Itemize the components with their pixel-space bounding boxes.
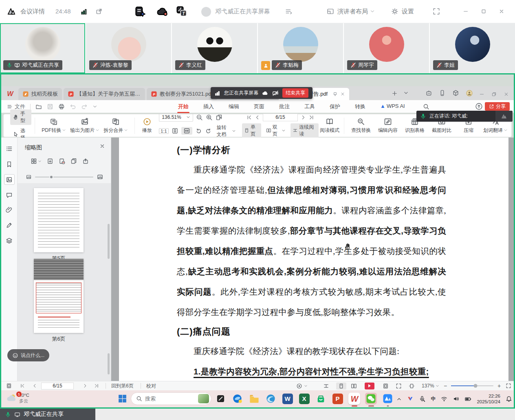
- tray-app-icon[interactable]: [407, 396, 414, 402]
- signature-panel-icon[interactable]: [6, 222, 13, 229]
- rotate-right-icon[interactable]: [205, 127, 212, 134]
- fit-screen-button[interactable]: [396, 383, 402, 389]
- single-view-button[interactable]: [336, 383, 346, 389]
- share-detail-icon[interactable]: [285, 8, 293, 15]
- print-icon[interactable]: [58, 103, 65, 110]
- wps-logo-icon[interactable]: W: [6, 90, 14, 98]
- taskbar-app-edge[interactable]: [265, 393, 277, 405]
- 输出为图片-button[interactable]: 输出为图片: [69, 118, 100, 134]
- fullscreen-icon[interactable]: [506, 383, 511, 389]
- taskbar-app-notebook[interactable]: [215, 393, 227, 405]
- panel-scrollbar[interactable]: [108, 224, 110, 259]
- actual-size-button[interactable]: 1:1: [159, 128, 168, 134]
- next-page-icon[interactable]: [301, 115, 306, 120]
- open-file-icon[interactable]: [35, 103, 42, 110]
- menu-3[interactable]: 页面: [246, 101, 272, 112]
- taskbar-app-word[interactable]: W: [282, 393, 293, 405]
- pdf-page[interactable]: (一)学情分析 重庆移通学院《经济法》课程面向经济管理类专业学生,学生普遍具备一…: [119, 138, 508, 381]
- redo-icon[interactable]: [81, 103, 88, 110]
- zoom-select[interactable]: 136.51%: [159, 113, 193, 122]
- input-method-indicator[interactable]: 中: [431, 396, 436, 402]
- notification-bell-icon[interactable]: [506, 396, 512, 402]
- wps-close-button[interactable]: [500, 88, 512, 100]
- meeting-detail-button[interactable]: 会议详情: [20, 8, 45, 15]
- close-button[interactable]: [495, 5, 508, 18]
- start-button[interactable]: [117, 394, 128, 405]
- fit-page-button[interactable]: [383, 383, 389, 389]
- page6-thumbnail[interactable]: [34, 259, 84, 333]
- cloud-icon[interactable]: [262, 90, 269, 96]
- zoom-in-icon[interactable]: [206, 114, 213, 121]
- slider-knob[interactable]: [49, 175, 53, 179]
- thumb-grid-button[interactable]: [31, 158, 42, 164]
- chat-quick-input[interactable]: 说点什么...: [7, 349, 49, 361]
- caption-translate-icon[interactable]: T: [176, 6, 187, 17]
- last-page-icon[interactable]: [94, 383, 99, 388]
- menu-search-icon[interactable]: [423, 103, 429, 110]
- camera-off-icon[interactable]: [272, 90, 279, 96]
- first-page-icon[interactable]: [20, 383, 25, 388]
- layout-chevron-icon[interactable]: [370, 9, 375, 14]
- new-tab-icon[interactable]: [392, 90, 398, 96]
- save-icon[interactable]: [47, 103, 53, 110]
- comment-panel-icon[interactable]: [6, 192, 13, 199]
- taskbar-app-wps[interactable]: W: [348, 393, 360, 405]
- assistant-icon[interactable]: [425, 90, 432, 96]
- wps-restore-button[interactable]: [488, 88, 500, 100]
- participant-tile[interactable]: 周琴宇: [344, 23, 429, 73]
- menu-1[interactable]: 插入: [196, 101, 221, 112]
- prev-page-icon[interactable]: [255, 115, 260, 120]
- mobile-sync-icon[interactable]: [439, 90, 446, 96]
- proofread-button[interactable]: 校对: [146, 383, 156, 389]
- double-page-button[interactable]: 双页: [264, 123, 288, 138]
- layout-button[interactable]: 演讲者布局: [337, 8, 368, 15]
- page-layout-icon[interactable]: [6, 383, 12, 389]
- fit-width-button[interactable]: [409, 383, 415, 389]
- chevron-down-icon[interactable]: [436, 384, 439, 388]
- menu-wps-ai[interactable]: ▲WPS AI: [373, 101, 412, 112]
- fit-width-button[interactable]: [181, 127, 192, 135]
- read-mode-button[interactable]: 阅读模式: [319, 118, 341, 134]
- single-page-button[interactable]: 单页: [242, 123, 261, 138]
- taskbar-app-thunder[interactable]: [231, 393, 243, 405]
- status-page-input[interactable]: 6/15: [41, 383, 74, 389]
- rotate-doc-button[interactable]: 旋转文档: [215, 124, 238, 138]
- menu-6[interactable]: 保护: [322, 101, 348, 112]
- participant-tile[interactable]: 淬炼-袁黎黎: [86, 23, 171, 73]
- taskbar-app-wechat[interactable]: [365, 393, 377, 405]
- wps-tab[interactable]: P【通知】关于举办第五届全国高校: [64, 88, 145, 100]
- panel-scrollbar[interactable]: [108, 353, 110, 374]
- cloud-upload-icon[interactable]: [475, 103, 483, 110]
- page-turn-icon[interactable]: [216, 114, 222, 121]
- zoom-out-icon[interactable]: [196, 114, 203, 121]
- hand-tool-button[interactable]: 手型: [10, 109, 31, 125]
- wifi-icon[interactable]: [441, 396, 447, 402]
- first-page-icon[interactable]: [246, 115, 252, 120]
- layers-panel-icon[interactable]: [6, 237, 13, 244]
- apps-cube-icon[interactable]: [452, 90, 459, 96]
- participant-tile[interactable]: 李魁梅: [258, 23, 343, 73]
- extract-page-icon[interactable]: [82, 158, 89, 164]
- menu-7[interactable]: 转换: [348, 101, 373, 112]
- status-zoom-value[interactable]: 137%: [422, 383, 434, 389]
- PDF转换-button[interactable]: PDF转换: [38, 118, 69, 134]
- pop-out-icon[interactable]: [95, 8, 103, 15]
- wps-share-button[interactable]: 分享: [485, 102, 510, 111]
- tray-expand-icon[interactable]: [396, 396, 402, 402]
- taskbar-app-powerpoint[interactable]: P: [332, 393, 343, 405]
- participant-tile[interactable]: 李姐: [430, 23, 515, 73]
- play-button[interactable]: 播放: [138, 118, 156, 134]
- next-page-icon[interactable]: [83, 383, 88, 388]
- cloud-record-icon[interactable]: [156, 6, 168, 17]
- menu-5[interactable]: 工具: [297, 101, 322, 112]
- taskbar-app-meeting[interactable]: [382, 393, 394, 405]
- participant-tile[interactable]: 李义红: [172, 23, 257, 73]
- zoom-plus-button[interactable]: +: [497, 383, 501, 389]
- continuous-view-button[interactable]: [323, 383, 329, 389]
- zoom-minus-button[interactable]: −: [444, 383, 447, 389]
- maximize-button[interactable]: [478, 5, 490, 18]
- stop-share-button[interactable]: 结束共享: [282, 88, 308, 98]
- wps-minimize-button[interactable]: [475, 88, 488, 100]
- ai-notes-icon[interactable]: [134, 6, 146, 17]
- bookmark-panel-icon[interactable]: [6, 161, 13, 168]
